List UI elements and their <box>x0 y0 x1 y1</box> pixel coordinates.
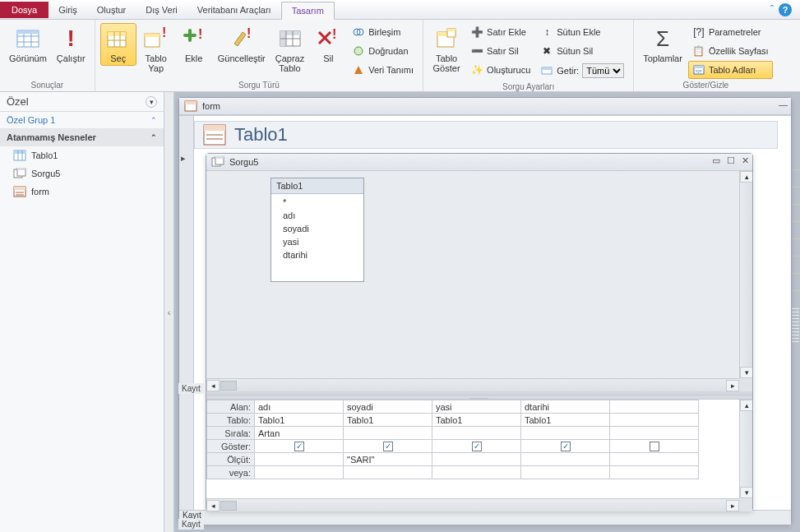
form-icon <box>13 186 26 197</box>
chevron-down-icon[interactable]: ▾ <box>146 96 157 108</box>
svg-rect-12 <box>145 34 160 37</box>
qbe-cell[interactable] <box>610 414 699 427</box>
qbe-show-checkbox[interactable] <box>610 440 699 453</box>
insert-rows-button[interactable]: ➕Satır Ekle <box>466 23 534 41</box>
qbe-show-checkbox[interactable]: ✓ <box>521 440 610 453</box>
delete-cols-button[interactable]: ✖Sütun Sil <box>536 42 628 60</box>
qbe-cell[interactable] <box>521 466 610 479</box>
qbe-cell[interactable]: soyadi <box>344 400 432 414</box>
minimize-icon[interactable]: ▭ <box>712 155 720 166</box>
select-query-button[interactable]: Seç <box>100 23 136 66</box>
horizontal-scrollbar[interactable]: ◂▸ <box>206 378 739 391</box>
qbe-cell[interactable] <box>610 427 699 440</box>
delete-rows-button[interactable]: ➖Satır Sil <box>466 42 534 60</box>
query-window[interactable]: Sorgu5 ▭ ☐ ✕ Tablo1 * adı <box>206 153 753 511</box>
nav-item-sorgu5[interactable]: Sorgu5 <box>0 164 164 183</box>
crosstab-button[interactable]: Çapraz Tablo <box>271 23 308 76</box>
svg-rect-29 <box>447 29 455 31</box>
qbe-cell[interactable] <box>432 466 521 479</box>
tab-external[interactable]: Dış Veri <box>136 2 187 18</box>
show-table-button[interactable]: Tablo Göster <box>428 23 465 76</box>
nav-group-1[interactable]: Özel Grup 1 ⌃ <box>0 112 164 129</box>
property-sheet-button[interactable]: 📋Özellik Sayfası <box>688 42 773 60</box>
view-button[interactable]: Görünüm <box>5 23 51 66</box>
run-button[interactable]: ! Çalıştır <box>53 23 90 66</box>
qbe-cell[interactable]: Tablo1 <box>255 414 344 427</box>
qbe-cell[interactable]: Artan <box>255 427 344 440</box>
delete-query-button[interactable]: ! Sil <box>310 23 346 66</box>
return-select[interactable]: Tümü <box>582 63 624 78</box>
nav-collapse-button[interactable] <box>164 92 174 532</box>
field-star[interactable]: * <box>283 196 358 209</box>
qbe-cell[interactable] <box>521 427 610 440</box>
qbe-cell[interactable] <box>432 427 521 440</box>
qbe-cell[interactable]: dtarihi <box>521 400 610 414</box>
passthrough-button[interactable]: Doğrudan <box>348 42 418 60</box>
union-button[interactable]: Birleşim <box>348 23 418 41</box>
tab-design[interactable]: Tasarım <box>281 2 335 20</box>
svg-text:xyz: xyz <box>696 68 702 73</box>
qbe-cell[interactable]: adı <box>255 400 344 414</box>
qbe-cell[interactable] <box>610 466 699 479</box>
close-icon[interactable]: ✕ <box>742 155 749 166</box>
qbe-cell[interactable]: Tablo1 <box>432 414 521 427</box>
vertical-scrollbar[interactable]: ▴▾ <box>739 171 752 378</box>
minimize-icon[interactable]: — <box>779 99 788 109</box>
qbe-row-label-or: veya: <box>207 466 255 479</box>
maximize-icon[interactable]: ☐ <box>727 155 735 166</box>
nav-item-tablo1[interactable]: Tablo1 <box>0 146 164 164</box>
tab-file[interactable]: Dosya <box>0 2 49 18</box>
qbe-show-checkbox[interactable]: ✓ <box>432 440 521 453</box>
qbe-cell[interactable]: Tablo1 <box>344 414 432 427</box>
form-window-titlebar[interactable]: form — <box>179 98 791 115</box>
nav-group-unassigned[interactable]: Atanmamış Nesneler ⌃ <box>0 129 164 146</box>
field-item[interactable]: adı <box>283 209 358 222</box>
horizontal-scrollbar[interactable]: ◂▸ <box>206 498 739 511</box>
qbe-cell[interactable]: Tablo1 <box>521 414 610 427</box>
grid-icon <box>15 25 41 52</box>
make-table-button[interactable]: ! Tablo Yap <box>138 23 174 76</box>
query-window-titlebar[interactable]: Sorgu5 ▭ ☐ ✕ <box>206 154 752 171</box>
qbe-cell[interactable] <box>610 400 699 414</box>
qbe-cell[interactable]: "SARI" <box>344 453 432 466</box>
data-definition-button[interactable]: Veri Tanımı <box>348 61 418 79</box>
parameters-button[interactable]: [?]Parametreler <box>688 23 773 41</box>
table-names-button[interactable]: xyzTablo Adları <box>688 61 773 79</box>
qbe-show-checkbox[interactable]: ✓ <box>344 440 432 453</box>
qbe-show-checkbox[interactable]: ✓ <box>255 440 344 453</box>
qbe-cell[interactable] <box>255 453 344 466</box>
tab-create[interactable]: Oluştur <box>87 2 136 18</box>
return-combo[interactable]: Getir: Tümü <box>536 61 628 81</box>
query-design-grid[interactable]: Alan: adı soyadi yasi dtarihi Tablo: Tab… <box>206 400 752 511</box>
qbe-cell[interactable]: yasi <box>432 400 521 414</box>
qbe-cell[interactable] <box>610 453 699 466</box>
ribbon-minimize-icon[interactable]: ˆ <box>770 3 774 16</box>
insert-cols-button[interactable]: ↕Sütun Ekle <box>536 23 628 41</box>
qbe-cell[interactable] <box>255 466 344 479</box>
field-item[interactable]: yasi <box>283 235 358 248</box>
update-button[interactable]: ! Güncelleştir <box>214 23 270 66</box>
svg-rect-49 <box>204 125 225 131</box>
record-navigator: Kayıt <box>178 383 204 394</box>
svg-rect-7 <box>108 32 126 36</box>
tab-home[interactable]: Giriş <box>49 2 87 18</box>
field-list-tablo1[interactable]: Tablo1 * adı soyadi yasi dtarihi <box>271 178 364 282</box>
svg-text:!: ! <box>162 27 166 39</box>
qbe-cell[interactable] <box>432 453 521 466</box>
qbe-cell[interactable] <box>344 427 432 440</box>
nav-item-form[interactable]: form <box>0 183 164 201</box>
field-list[interactable]: * adı soyadi yasi dtarihi <box>271 194 363 281</box>
totals-button[interactable]: Σ Toplamlar <box>639 23 687 66</box>
record-navigator[interactable]: Kayıt <box>179 510 791 525</box>
query-diagram-pane[interactable]: Tablo1 * adı soyadi yasi dtarihi ▴▾ ◂▸ <box>206 171 752 395</box>
nav-header[interactable]: Özel ▾ <box>0 92 164 112</box>
vertical-scrollbar[interactable]: ▴▾ <box>739 400 752 498</box>
help-icon[interactable]: ? <box>779 3 792 16</box>
append-button[interactable]: ! Ekle <box>176 23 212 66</box>
field-item[interactable]: dtarihi <box>283 248 358 261</box>
qbe-cell[interactable] <box>344 466 432 479</box>
field-item[interactable]: soyadi <box>283 222 358 235</box>
builder-button[interactable]: ✨Oluşturucu <box>466 61 534 79</box>
qbe-cell[interactable] <box>521 453 610 466</box>
tab-dbtools[interactable]: Veritabanı Araçları <box>187 2 281 18</box>
